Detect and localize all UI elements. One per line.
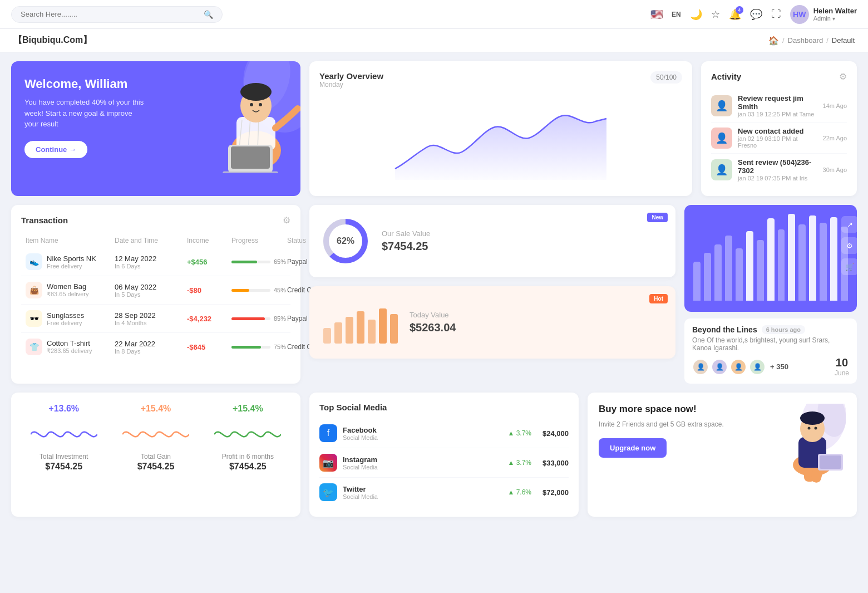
- progress-cell-1: 65%: [231, 258, 287, 265]
- upgrade-button[interactable]: Upgrade now: [599, 438, 667, 458]
- sale-info: Our Sale Value $7454.25: [382, 229, 430, 253]
- notification-badge: 4: [736, 6, 743, 14]
- star-icon[interactable]: ☆: [711, 8, 720, 21]
- search-input[interactable]: [21, 10, 199, 18]
- transaction-card: Transaction ⚙ Item Name Date and Time In…: [11, 205, 300, 384]
- table-row: 👟 Nike Sports NK Free delivery 12 May 20…: [21, 248, 290, 276]
- yearly-chart: [319, 96, 682, 180]
- activity-header: Activity ⚙: [711, 71, 847, 82]
- fullscreen-icon[interactable]: ⛶: [771, 8, 781, 20]
- bar-12: [809, 215, 816, 301]
- moon-icon[interactable]: 🌙: [690, 8, 702, 21]
- breadcrumb: 🏠 / Dashboard / Default: [768, 36, 855, 46]
- stat-1-value: $7454.25: [45, 462, 82, 472]
- buy-desc: Invite 2 Friends and get 5 GB extra spac…: [599, 419, 772, 429]
- activity-info-2: New contact added jan 02 19 03:10 PM at …: [738, 127, 817, 149]
- bar-13: [820, 223, 827, 301]
- stat-1-label: Total Investment: [40, 453, 88, 460]
- beyond-count: + 350: [770, 362, 788, 371]
- activity-date-2: jan 02 19 03:10 PM at Fresno: [738, 135, 817, 149]
- bar-14: [830, 217, 837, 301]
- income-4: -$645: [187, 343, 231, 351]
- beyond-time: 6 hours ago: [762, 325, 805, 334]
- breadcrumb-dashboard[interactable]: Dashboard: [788, 36, 823, 45]
- stat-2-percent: +15.4%: [141, 404, 171, 414]
- donut-chart: 62%: [320, 216, 371, 266]
- beyond-avatars: 👤 👤 👤 👤 + 350 10 June: [692, 356, 849, 377]
- bar-3: [714, 244, 722, 301]
- activity-item: 👤 Sent review (504)236-7302 jan 02 19 07…: [711, 154, 847, 186]
- table-row: 👜 Women Bag ₹83.65 delivery 06 May 2022 …: [21, 276, 290, 305]
- bar-chart-section: ↗ ⚙ 🛒 Beyond the Lines 6 hours ago One O…: [684, 205, 857, 384]
- today-value: $5263.04: [410, 321, 456, 334]
- progress-cell-4: 75%: [231, 344, 287, 350]
- new-badge: New: [647, 213, 668, 222]
- notification-wrapper[interactable]: 🔔 4: [729, 8, 741, 21]
- user-profile[interactable]: HW Helen Walter Admin ▾: [790, 5, 857, 24]
- col-date: Date and Time: [115, 237, 187, 244]
- activity-item: 👤 New contact added jan 02 19 03:10 PM a…: [711, 122, 847, 154]
- progress-cell-3: 85%: [231, 315, 287, 322]
- chat-icon[interactable]: 💬: [750, 8, 762, 21]
- svg-rect-19: [346, 317, 353, 344]
- beyond-avatar-4: 👤: [749, 359, 766, 375]
- svg-rect-18: [334, 322, 342, 344]
- facebook-name: Facebook: [343, 426, 378, 434]
- svg-point-33: [815, 427, 817, 430]
- social-row-twitter: 🐦 Twitter Social Media ▲ 7.6% $72,000: [319, 478, 569, 507]
- beyond-title: Beyond the Lines 6 hours ago: [692, 325, 849, 334]
- home-icon[interactable]: 🏠: [768, 36, 779, 46]
- item-cell-4: 👕 Cotton T-shirt ₹283.65 delivery: [26, 339, 115, 355]
- breadcrumb-sep-1: /: [782, 36, 785, 45]
- welcome-illustration: [195, 61, 300, 173]
- row-1: Welcome, William You have completed 40% …: [11, 61, 857, 196]
- donut-label: 62%: [337, 236, 354, 246]
- stat-1-percent: +13.6%: [48, 404, 79, 414]
- bar-5: [736, 248, 743, 301]
- nav-right-actions: 🇺🇸 EN 🌙 ☆ 🔔 4 💬 ⛶ HW Helen Walter Admin …: [650, 5, 857, 24]
- middle-column: New 62% Our Sale Value $7454.25 Hot: [309, 205, 675, 384]
- svg-point-8: [240, 83, 272, 101]
- bar-8: [767, 218, 775, 301]
- buy-illustration: [779, 404, 846, 489]
- beyond-avatar-3: 👤: [730, 359, 747, 375]
- activity-avatar-3: 👤: [711, 159, 732, 180]
- today-label: Today Value: [410, 311, 456, 319]
- transaction-settings-icon[interactable]: ⚙: [283, 215, 290, 226]
- svg-point-32: [808, 427, 811, 430]
- activity-settings-icon[interactable]: ⚙: [839, 71, 847, 82]
- income-2: -$80: [187, 286, 231, 295]
- yearly-header: Yearly Overview Monday 50/100: [319, 71, 682, 94]
- welcome-card: Welcome, William You have completed 40% …: [11, 61, 300, 196]
- table-row: 🕶️ Sunglasses Free delivery 28 Sep 2022 …: [21, 305, 290, 333]
- bar-7: [757, 240, 764, 301]
- instagram-name: Instagram: [343, 455, 378, 464]
- stat-1: +13.6% Total Investment $7454.25: [22, 404, 105, 472]
- item-cell-3: 🕶️ Sunglasses Free delivery: [26, 310, 115, 327]
- cart-icon[interactable]: 🛒: [841, 258, 857, 275]
- top-navigation: 🔍 🇺🇸 EN 🌙 ☆ 🔔 4 💬 ⛶ HW Helen Walter Admi…: [0, 0, 868, 29]
- stat-2-label: Total Gain: [141, 453, 171, 460]
- date-cell-4: 22 Mar 2022 In 8 Days: [115, 340, 187, 355]
- stat-2: +15.4% Total Gain $7454.25: [114, 404, 197, 472]
- col-item: Item Name: [26, 237, 115, 244]
- continue-button[interactable]: Continue →: [24, 141, 87, 158]
- search-container[interactable]: 🔍: [11, 6, 223, 23]
- buy-title: Buy more space now!: [599, 404, 772, 415]
- activity-time-2: 22m Ago: [823, 135, 847, 141]
- instagram-val: $33,000: [542, 459, 569, 467]
- yearly-badge: 50/100: [650, 71, 682, 84]
- language-label[interactable]: EN: [672, 11, 681, 18]
- item-sub-4: ₹283.65 delivery: [47, 347, 92, 355]
- user-role: Admin ▾: [813, 15, 857, 22]
- yearly-overview-card: Yearly Overview Monday 50/100: [309, 61, 692, 196]
- beyond-avatar-2: 👤: [711, 359, 728, 375]
- brand-logo[interactable]: 【Biqubiqu.Com】: [13, 35, 92, 46]
- share-icon[interactable]: ↗: [841, 216, 857, 233]
- breadcrumb-sep-2: /: [826, 36, 828, 45]
- social-row-facebook: f Facebook Social Media ▲ 3.7% $24,000: [319, 419, 569, 448]
- chart-settings-icon[interactable]: ⚙: [841, 237, 857, 254]
- bar-1: [693, 262, 701, 301]
- svg-rect-23: [390, 314, 398, 344]
- social-row-instagram: 📷 Instagram Social Media ▲ 3.7% $33,000: [319, 448, 569, 478]
